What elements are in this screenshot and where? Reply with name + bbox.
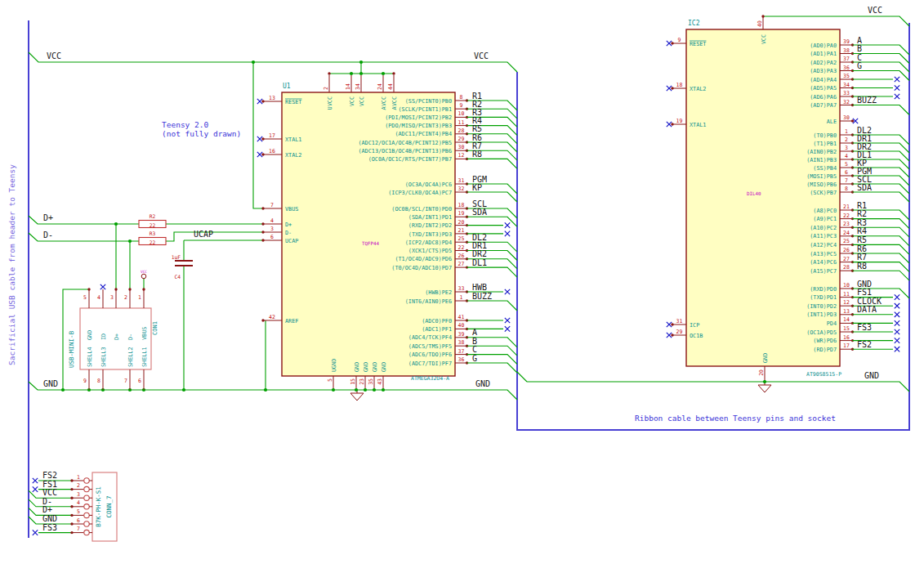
pin-name: VCC: [349, 96, 355, 106]
ic2-footprint: DIL40: [747, 191, 761, 196]
pin-name: (A14)PC6: [810, 259, 837, 266]
pin-end-dot: [261, 222, 264, 225]
pin-name: GND: [363, 362, 369, 372]
pin-name: (HWB)PE2: [425, 289, 452, 296]
net-label: R4: [857, 226, 867, 235]
pin-number: 5: [327, 378, 333, 382]
net-label: R5: [857, 235, 867, 244]
junction-dot: [373, 388, 376, 392]
pin-end-dot: [114, 288, 117, 290]
r3-value: 22: [150, 239, 156, 245]
net-label: BUZZ: [472, 292, 492, 301]
pin-number: 27: [458, 261, 465, 267]
pin-name: (SS/PCINT0)PB0: [405, 98, 452, 105]
pin-name: RESET: [690, 41, 706, 47]
pin-name: OC1B: [690, 333, 703, 339]
pin-end-dot: [671, 42, 673, 44]
net-label: R2: [857, 209, 867, 218]
pin-name: (A15)PC7: [810, 268, 837, 275]
pin-end-dot: [261, 207, 264, 209]
pin-number: 24: [843, 230, 850, 236]
pin-name: VCC: [761, 34, 767, 44]
junction-dot: [382, 388, 385, 392]
pin-name: (SCLK/PCINT1)PB1: [399, 106, 452, 113]
pin-name: RESET: [285, 99, 301, 105]
noconnect-x-icon: [895, 294, 899, 299]
pin-number: 26: [843, 247, 850, 253]
pin-name: (A11)PC3: [810, 233, 837, 239]
r2-value: 22: [150, 222, 156, 228]
net-label: HWB: [472, 283, 487, 292]
net-label: DATA: [857, 305, 877, 314]
pin-name: (ICP2/ADC8)PD4: [405, 239, 452, 246]
capacitor-c4: [175, 261, 193, 266]
pin-number: 21: [458, 227, 465, 234]
pin-name: (INT1)PD3: [806, 311, 837, 318]
pin-number: 5: [83, 294, 87, 301]
net-label: FS1: [857, 288, 872, 297]
pin-number: 33: [843, 90, 850, 96]
pin-name: (ICP3/CLK0/OC4A)PC7: [388, 190, 452, 196]
pin-number: 4: [97, 294, 100, 301]
c4-value: 1uF: [172, 254, 181, 260]
pin-name: D-: [285, 230, 292, 236]
net-label: DL1: [472, 258, 487, 267]
pin-number: 9: [83, 378, 87, 384]
pin-name: (OC0A/OC1C/RTS/PCINT7)PB7: [368, 156, 452, 163]
pin-name: VCC: [359, 96, 365, 106]
pin-name: (ADC4/TCK)PF4: [408, 334, 452, 341]
u1-footprint: TQFP44: [362, 241, 379, 246]
pin-number: 29: [458, 136, 465, 142]
noconnect-x-icon: [895, 320, 899, 325]
pin-name: (AD1)PA1: [810, 51, 837, 57]
pin-name: VBUS: [285, 206, 298, 213]
pin-name: (INT6/AIN0)PE6: [405, 298, 452, 305]
pin-name: (AD5)PA5: [810, 85, 837, 92]
c4-ref: C4: [174, 274, 181, 280]
noconnect-x-icon: [895, 77, 899, 82]
wire-ucap: [184, 240, 263, 390]
pin-number: 14: [843, 316, 850, 323]
pin-number: 36: [458, 356, 465, 363]
pin-name: (A8)PC0: [813, 208, 837, 214]
pin-name: (T1)PB1: [813, 141, 837, 147]
pin-number: 14: [345, 83, 351, 90]
net-label: R1: [857, 201, 867, 210]
pin-name: (PDO/MISO/PCINT3)PB3: [385, 123, 452, 129]
net-label: R7: [857, 253, 867, 262]
net-label: D-: [42, 497, 52, 506]
noconnect-x-icon: [895, 303, 899, 308]
pin-name: (RXD)PD0: [810, 286, 837, 293]
pin-name: VBUS: [141, 327, 148, 340]
pin-number: 9: [678, 37, 681, 43]
connector-pin-circle: [84, 513, 89, 517]
pin-name: AREF: [285, 318, 298, 325]
pin-name: GND: [372, 362, 378, 372]
noconnect-x-icon: [100, 284, 105, 289]
pin-number: 2: [124, 294, 127, 301]
pin-number: 7: [270, 202, 274, 208]
pin-number: 2: [77, 482, 80, 489]
pin-name: XTAL1: [690, 122, 706, 128]
pin-number: 15: [350, 378, 356, 385]
pin-name: (SCK)PB7: [810, 190, 837, 196]
pin-end-dot: [261, 137, 264, 140]
pin-number: 13: [269, 95, 275, 101]
pin-number: 16: [843, 334, 850, 341]
pin-number: 19: [458, 210, 465, 217]
pin-number: 1: [845, 128, 848, 135]
pin-name: D+: [114, 333, 120, 340]
junction-dot: [332, 388, 335, 392]
pin-name: GND: [87, 330, 93, 340]
pin-name: (AD7)PA7: [810, 102, 837, 109]
noconnect-x-icon: [667, 86, 672, 91]
pin-number: 23: [359, 378, 365, 385]
pin-number: 44: [387, 83, 394, 90]
pin-number: 1: [460, 294, 463, 301]
pin-number: 18: [676, 82, 683, 88]
pin-name: SHELL3: [100, 347, 107, 367]
pin-name: (TXD/INT3)PD3: [408, 231, 452, 238]
pin-number: 33: [458, 285, 465, 292]
pin-name: (AD0)PA0: [810, 43, 837, 49]
r2-ref: R2: [150, 213, 156, 219]
